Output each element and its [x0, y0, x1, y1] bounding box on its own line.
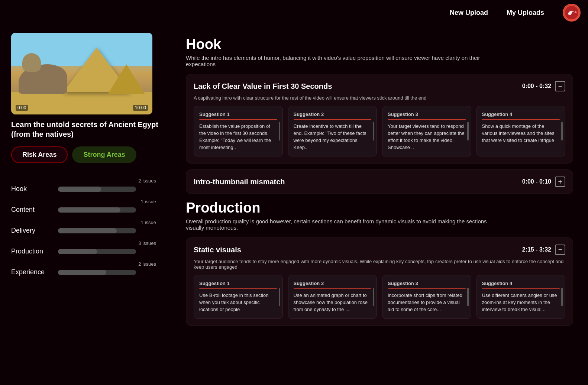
production-suggestion-1-label: Suggestion 1 — [199, 281, 277, 286]
hook-suggestion-3: Suggestion 3 Your target viewers tend to… — [382, 106, 471, 156]
production-suggestion-4-text: Use different camera angles or use zoom-… — [482, 292, 560, 313]
hook-suggestion-1-divider — [199, 119, 277, 120]
experience-issue-count: 2 issues — [11, 261, 156, 267]
production-suggestion-1-scroll — [279, 288, 280, 306]
production-suggestion-3-label: Suggestion 3 — [388, 281, 466, 286]
experience-label: Experience — [11, 268, 52, 276]
issue-bars: 2 issues Hook 1 issue Content — [11, 174, 160, 276]
hook-suggestions-row: Suggestion 1 Establish the value proposi… — [194, 106, 565, 156]
strong-areas-tab[interactable]: Strong Areas — [72, 146, 136, 163]
hook-issue-2-expand-btn[interactable]: + — [555, 177, 565, 187]
issue-row-experience: 2 issues Experience — [11, 261, 160, 276]
hook-section-desc: While the intro has elements of humor, b… — [186, 55, 491, 67]
hook-suggestion-1-text: Establish the value proposition of the v… — [199, 123, 277, 151]
experience-bar-bg — [58, 270, 136, 275]
video-thumbnail[interactable]: 0:00 10:00 — [11, 33, 152, 114]
hook-suggestion-3-divider — [388, 119, 466, 120]
video-title: Learn the untold secrets of Ancient Egyp… — [11, 120, 160, 139]
production-suggestion-2-text: Use an animated graph or chart to showca… — [294, 292, 372, 313]
delivery-label: Delivery — [11, 227, 52, 234]
hook-section-title: Hook — [186, 36, 573, 52]
experience-bar-fill — [58, 270, 106, 275]
production-issue-card-1-header: Static visuals 2:15 - 3:32 − — [194, 245, 565, 255]
production-suggestion-4-scroll — [561, 288, 563, 306]
hook-label: Hook — [11, 185, 52, 193]
tab-row: Risk Areas Strong Areas — [11, 146, 160, 163]
content-bar-fill — [58, 207, 120, 213]
risk-areas-tab[interactable]: Risk Areas — [11, 146, 68, 163]
hook-issue-1-title: Lack of Clear Value in First 30 Seconds — [194, 82, 332, 91]
production-suggestion-1: Suggestion 1 Use B-roll footage in this … — [194, 275, 283, 319]
hook-issue-2-title: Intro-thumbnail mismatch — [194, 178, 285, 186]
header: New Upload My Uploads — [0, 0, 588, 25]
production-suggestion-2: Suggestion 2 Use an animated graph or ch… — [288, 275, 377, 319]
hook-suggestion-1: Suggestion 1 Establish the value proposi… — [194, 106, 283, 156]
production-suggestion-4-label: Suggestion 4 — [482, 281, 560, 286]
production-suggestion-1-text: Use B-roll footage in this section when … — [199, 292, 277, 313]
production-suggestion-2-scroll — [373, 288, 374, 306]
issue-row-hook: 2 issues Hook — [11, 178, 160, 193]
hook-suggestion-1-label: Suggestion 1 — [199, 111, 277, 117]
production-issue-1-title: Static visuals — [194, 246, 241, 254]
production-suggestion-3: Suggestion 3 Incorporate short clips fro… — [382, 275, 471, 319]
hook-suggestion-4-divider — [482, 119, 560, 120]
production-suggestions-row: Suggestion 1 Use B-roll footage in this … — [194, 275, 565, 319]
hook-suggestion-4-label: Suggestion 4 — [482, 111, 560, 117]
hook-bar-bg — [58, 187, 136, 192]
hook-suggestion-2-text: Create incentive to watch till the end. … — [294, 123, 372, 151]
hook-suggestion-2-divider — [294, 119, 372, 120]
hook-suggestion-2-scroll — [373, 122, 374, 140]
hook-issue-count: 2 issues — [11, 178, 156, 184]
production-suggestion-2-divider — [294, 288, 372, 289]
production-suggestion-4-divider — [482, 288, 560, 289]
video-time-start: 0:00 — [16, 105, 28, 111]
hook-issue-card-2: Intro-thumbnail mismatch 0:00 - 0:10 + — [186, 169, 573, 194]
hook-issue-card-1: Lack of Clear Value in First 30 Seconds … — [186, 74, 573, 164]
issue-row-delivery: 1 issue Delivery — [11, 220, 160, 234]
content-issue-count: 1 issue — [11, 199, 156, 204]
video-time-end: 10:00 — [133, 105, 148, 111]
delivery-bar-bg — [58, 228, 136, 233]
hook-suggestion-4: Suggestion 4 Show a quick montage of the… — [476, 106, 566, 156]
production-label: Production — [11, 248, 52, 255]
production-section-title: Production — [186, 200, 573, 216]
delivery-issue-count: 1 issue — [11, 220, 156, 225]
production-issue-1-desc: Your target audience tends to stay more … — [194, 259, 565, 270]
production-issue-1-collapse-btn[interactable]: − — [555, 245, 565, 255]
content-bar-bg — [58, 207, 136, 213]
hook-suggestion-4-scroll — [561, 122, 563, 140]
hook-issue-1-time: 0:00 - 0:32 − — [522, 81, 565, 91]
production-suggestion-3-text: Incorporate short clips from related doc… — [388, 292, 466, 313]
main-content: Hook While the intro has elements of hum… — [171, 25, 588, 343]
hook-suggestion-4-text: Show a quick montage of the various inte… — [482, 123, 560, 144]
production-suggestion-4: Suggestion 4 Use different camera angles… — [476, 275, 566, 319]
production-bar-bg — [58, 249, 136, 254]
production-suggestion-3-divider — [388, 288, 466, 289]
hook-issue-1-collapse-btn[interactable]: − — [555, 81, 565, 91]
hook-suggestion-3-label: Suggestion 3 — [388, 111, 466, 117]
production-suggestion-3-scroll — [467, 288, 469, 306]
hook-suggestion-1-scroll — [279, 122, 280, 140]
hook-issue-card-1-header: Lack of Clear Value in First 30 Seconds … — [194, 81, 565, 91]
hook-suggestion-2: Suggestion 2 Create incentive to watch t… — [288, 106, 377, 156]
production-suggestion-2-label: Suggestion 2 — [294, 281, 372, 286]
production-section-desc: Overall production quality is good howev… — [186, 218, 491, 231]
hook-issue-1-desc: A captivating intro with clear structure… — [194, 95, 565, 101]
new-upload-link[interactable]: New Upload — [450, 9, 488, 17]
production-issue-card-1: Static visuals 2:15 - 3:32 − Your target… — [186, 237, 573, 326]
issue-row-production: 3 issues Production — [11, 240, 160, 255]
hook-bar-fill — [58, 187, 101, 192]
avatar[interactable] — [563, 4, 581, 22]
main-layout: 0:00 10:00 Learn the untold secrets of A… — [0, 25, 588, 343]
production-issue-count: 3 issues — [11, 240, 156, 246]
delivery-bar-fill — [58, 228, 117, 233]
hook-issue-2-time: 0:00 - 0:10 + — [522, 177, 565, 187]
sidebar: 0:00 10:00 Learn the untold secrets of A… — [0, 25, 171, 343]
content-label: Content — [11, 206, 52, 214]
production-suggestion-1-divider — [199, 288, 277, 289]
hook-suggestion-3-scroll — [467, 122, 469, 140]
issue-row-content: 1 issue Content — [11, 199, 160, 214]
header-nav: New Upload My Uploads — [450, 4, 581, 22]
my-uploads-link[interactable]: My Uploads — [507, 9, 544, 17]
hook-suggestion-2-label: Suggestion 2 — [294, 111, 372, 117]
